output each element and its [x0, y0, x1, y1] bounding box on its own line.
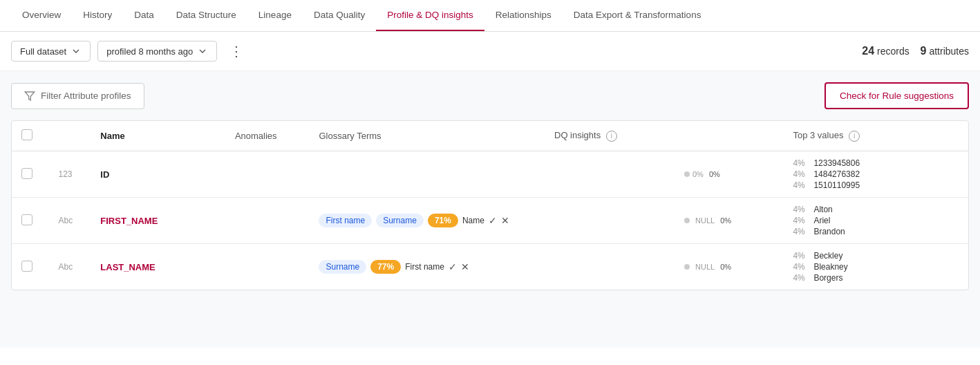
top3-val: Bleakney — [813, 262, 847, 272]
glossary-name-label: Name — [462, 216, 484, 225]
top3-val: 1484276382 — [813, 169, 860, 179]
top3-pct: 4% — [793, 251, 809, 261]
attributes-table: Name Anomalies Glossary Terms DQ insight… — [11, 120, 969, 290]
row-checkbox[interactable] — [21, 214, 32, 225]
select-all-checkbox[interactable] — [21, 129, 32, 140]
tab-data-quality[interactable]: Data Quality — [303, 0, 376, 31]
top3-pct: 4% — [793, 273, 809, 283]
top3-val: Ariel — [813, 216, 830, 225]
tab-history[interactable]: History — [72, 0, 123, 31]
row-dq: 0% 0% — [545, 151, 783, 198]
glossary-tag-surname[interactable]: Surname — [319, 260, 366, 274]
top3-info-icon[interactable]: i — [849, 131, 860, 142]
glossary-tags: First name Surname 71% Name ✓ ✕ — [319, 214, 535, 227]
top3-pct: 4% — [793, 262, 809, 272]
top3-header: Top 3 values i — [783, 121, 968, 151]
row-checkbox-cell — [12, 151, 49, 198]
top3-row: 4% Brandon — [793, 227, 959, 236]
attributes-label: attributes — [929, 46, 969, 57]
more-options[interactable]: ⋮ — [224, 40, 249, 62]
top3-values: 4% Alton 4% Ariel 4% Brandon — [793, 205, 959, 236]
tab-export[interactable]: Data Export & Transformations — [563, 0, 713, 31]
main-content: Filter Attribute profiles Check for Rule… — [0, 71, 980, 348]
dq-info-icon[interactable]: i — [606, 131, 617, 142]
null-pct: 0% — [720, 216, 731, 225]
null-label: NULL — [695, 263, 715, 271]
row-anomalies — [225, 244, 310, 290]
glossary-tag-surname[interactable]: Surname — [376, 214, 424, 227]
top3-val: Alton — [813, 205, 832, 214]
filter-label: Filter Attribute profiles — [41, 91, 131, 101]
top3-val: 1510110995 — [813, 180, 860, 190]
top3-row: 4% Borgers — [793, 273, 959, 283]
row-name: LAST_NAME — [91, 244, 225, 290]
dq-cell: NULL 0% — [554, 263, 773, 271]
tab-profile-dq[interactable]: Profile & DQ insights — [376, 0, 484, 31]
stats: 24 records 9 attributes — [862, 45, 969, 57]
top3-row: 4% 1233945806 — [793, 158, 959, 168]
row-glossary: First name Surname 71% Name ✓ ✕ — [309, 198, 545, 244]
top3-row: 4% Bleakney — [793, 262, 959, 272]
row-top3: 4% Beckley 4% Bleakney 4% Borgers — [783, 244, 968, 290]
reject-suggestion-icon[interactable]: ✕ — [501, 215, 509, 226]
dq-bars — [554, 264, 679, 270]
null-dot — [684, 264, 690, 270]
top3-values: 4% 1233945806 4% 1484276382 4% 151011099… — [793, 158, 959, 190]
null-label: 0% — [692, 170, 704, 178]
filter-attributes-button[interactable]: Filter Attribute profiles — [11, 83, 144, 109]
dq-cell: NULL 0% — [554, 216, 773, 225]
row-glossary: Surname 77% First name ✓ ✕ — [309, 244, 545, 290]
top3-val: 1233945806 — [813, 158, 860, 168]
row-checkbox-cell — [12, 198, 49, 244]
dq-bars — [554, 218, 679, 223]
glossary-name-label: First name — [405, 262, 444, 272]
filter-icon — [24, 91, 35, 102]
row-name: ID — [91, 151, 225, 198]
type-header — [49, 121, 91, 151]
glossary-tags: Surname 77% First name ✓ ✕ — [319, 260, 535, 274]
row-checkbox[interactable] — [21, 168, 32, 179]
attributes-count: 9 — [921, 45, 927, 57]
accept-suggestion-icon[interactable]: ✓ — [489, 215, 497, 226]
top3-pct: 4% — [793, 216, 809, 225]
profiled-label: profiled 8 months ago — [106, 46, 193, 57]
glossary-tag-firstname[interactable]: First name — [319, 214, 372, 227]
top3-values: 4% Beckley 4% Bleakney 4% Borgers — [793, 251, 959, 283]
null-label: NULL — [695, 216, 715, 225]
dataset-label: Full dataset — [20, 46, 66, 57]
dq-header: DQ insights i — [545, 121, 783, 151]
dataset-dropdown[interactable]: Full dataset — [11, 41, 91, 62]
row-name: FIRST_NAME — [91, 198, 225, 244]
tab-relationships[interactable]: Relationships — [484, 0, 563, 31]
reject-suggestion-icon[interactable]: ✕ — [461, 261, 469, 272]
top3-pct: 4% — [793, 180, 809, 190]
profiled-dropdown[interactable]: profiled 8 months ago — [97, 41, 217, 62]
top3-row: 4% Beckley — [793, 251, 959, 261]
check-rule-button[interactable]: Check for Rule suggestions — [824, 82, 969, 109]
row-dq: NULL 0% — [545, 198, 783, 244]
select-all-header — [12, 121, 49, 151]
top3-pct: 4% — [793, 205, 809, 214]
top3-row: 4% Ariel — [793, 216, 959, 225]
top3-row: 4% 1510110995 — [793, 180, 959, 190]
table-row: 123 ID 0% 0% — [12, 151, 968, 198]
top3-pct: 4% — [793, 227, 809, 236]
tab-data[interactable]: Data — [123, 0, 165, 31]
row-anomalies — [225, 151, 310, 198]
top3-row: 4% 1484276382 — [793, 169, 959, 179]
glossary-header: Glossary Terms — [309, 121, 545, 151]
records-count: 24 — [862, 45, 874, 57]
tab-data-structure[interactable]: Data Structure — [165, 0, 247, 31]
accept-suggestion-icon[interactable]: ✓ — [449, 261, 457, 272]
row-type: Abc — [49, 198, 91, 244]
tab-lineage[interactable]: Lineage — [247, 0, 303, 31]
tab-overview[interactable]: Overview — [11, 0, 72, 31]
null-dot — [684, 171, 690, 177]
table-row: Abc FIRST_NAME First name Surname 71% Na… — [12, 198, 968, 244]
top3-pct: 4% — [793, 169, 809, 179]
null-pct: 0% — [709, 170, 720, 178]
null-dot — [684, 218, 690, 223]
anomalies-header: Anomalies — [225, 121, 310, 151]
row-checkbox[interactable] — [21, 261, 32, 272]
row-glossary — [309, 151, 545, 198]
